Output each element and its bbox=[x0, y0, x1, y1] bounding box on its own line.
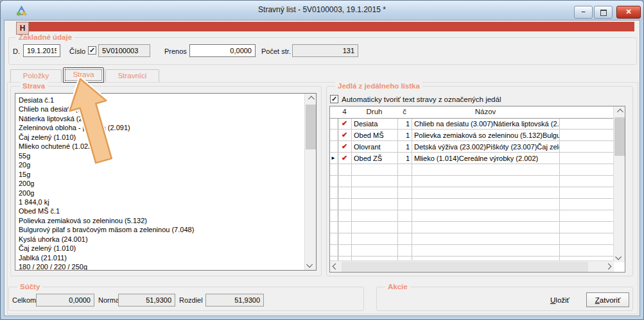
close-form-button-label: Zatvoriť bbox=[591, 294, 625, 307]
save-button[interactable]: Uložiť bbox=[540, 292, 580, 307]
list-line: 55g bbox=[19, 151, 302, 160]
number-label: Číslo bbox=[69, 47, 85, 55]
chevron-left-icon bbox=[333, 264, 339, 270]
row-num: 1 bbox=[397, 155, 410, 162]
chevron-up-icon bbox=[617, 109, 623, 115]
row-check-icon[interactable]: ✔ bbox=[338, 119, 351, 128]
close-icon: ✕ bbox=[625, 8, 631, 15]
list-line: Čaj zelený (1.010) bbox=[19, 244, 302, 253]
chevron-up-icon bbox=[308, 96, 315, 103]
strava-group-title: Strava bbox=[20, 82, 48, 90]
chevron-right-icon bbox=[605, 264, 612, 270]
toolbar-accent-bar bbox=[16, 22, 634, 31]
restore-button[interactable] bbox=[594, 6, 613, 19]
norm-input bbox=[118, 294, 175, 307]
scroll-thumb[interactable] bbox=[306, 105, 316, 149]
carry-input[interactable] bbox=[189, 44, 256, 57]
row-name: Polievka zemiaková so zeleninou (5.132)B… bbox=[414, 131, 559, 139]
list-line: Chlieb na desiatu (3.007) bbox=[19, 105, 302, 114]
scroll-down-button[interactable] bbox=[614, 251, 625, 262]
row-name: Detská výživa (23.002)Piškóty (23.007)Ča… bbox=[414, 143, 559, 151]
row-type: Obed ZŠ bbox=[354, 155, 396, 162]
row-name: Mlieko (1.014)Cereálne výrobky (2.002) bbox=[414, 155, 559, 162]
h-toolbar-button[interactable]: H bbox=[16, 22, 29, 35]
tab-strava[interactable]: Strava bbox=[63, 67, 104, 83]
scroll-thumb[interactable] bbox=[342, 262, 588, 272]
actions-group-title: Akcie bbox=[385, 283, 410, 291]
minimize-icon: – bbox=[581, 8, 585, 15]
total-input bbox=[36, 294, 94, 307]
row-num: 1 bbox=[397, 131, 410, 139]
list-line: Mlieko ochutené (1.022) bbox=[19, 142, 302, 151]
row-pointer-icon: ► bbox=[331, 155, 336, 161]
list-line: Desiata č.1 bbox=[19, 96, 302, 105]
table-row[interactable]: ✔ Obed MŠ 1 Polievka zemiaková so zeleni… bbox=[330, 130, 614, 141]
number-checkbox[interactable]: ✓ bbox=[88, 46, 96, 55]
chevron-down-icon bbox=[615, 254, 622, 260]
list-line: Jablká (21.011) bbox=[19, 253, 302, 262]
save-button-label: Uložiť bbox=[544, 293, 576, 307]
strava-lines: Desiata č.1 Chlieb na desiatu (3.007) Ná… bbox=[19, 96, 302, 271]
row-check-icon[interactable]: ✔ bbox=[338, 131, 351, 139]
date-input[interactable] bbox=[23, 44, 60, 57]
restore-icon bbox=[600, 10, 607, 16]
chevron-down-icon bbox=[306, 262, 313, 268]
table-row[interactable]: ✔ Olovrant 1 Detská výživa (23.002)Piškó… bbox=[330, 141, 614, 153]
scroll-up-button[interactable] bbox=[305, 94, 316, 105]
grid-hscrollbar[interactable] bbox=[330, 260, 614, 272]
row-type: Desiata bbox=[354, 120, 396, 128]
date-label: D. bbox=[13, 47, 20, 55]
row-type: Obed MŠ bbox=[354, 131, 396, 139]
grid-header-num[interactable]: č bbox=[397, 108, 412, 115]
scroll-up-button[interactable] bbox=[614, 106, 625, 117]
list-line: Obed MŠ č.1 bbox=[19, 206, 302, 215]
close-form-button[interactable]: Zatvoriť bbox=[586, 292, 629, 307]
list-line: Polievka zemiaková so zeleninou (5.132) bbox=[19, 216, 302, 225]
scroll-right-button[interactable] bbox=[603, 261, 614, 272]
auto-text-checkbox[interactable]: ✓ bbox=[330, 95, 338, 103]
strava-text-list[interactable]: Desiata č.1 Chlieb na desiatu (3.007) Ná… bbox=[15, 93, 317, 271]
title-bar[interactable]: Stravný list - 5V0100003, 19.1.2015 * – … bbox=[1, 1, 643, 20]
grid-header-name[interactable]: Názov bbox=[412, 108, 559, 115]
table-row[interactable]: ► ✔ Obed ZŠ 1 Mlieko (1.014)Cereálne výr… bbox=[330, 153, 614, 164]
pages-input bbox=[292, 44, 358, 57]
list-line: Nátierka liptovská (2.028) bbox=[19, 114, 302, 123]
row-num: 1 bbox=[397, 143, 410, 151]
app-window: Stravný list - 5V0100003, 19.1.2015 * – … bbox=[0, 0, 644, 320]
scroll-left-button[interactable] bbox=[330, 261, 341, 272]
close-button[interactable]: ✕ bbox=[616, 6, 641, 19]
window-title: Stravný list - 5V0100003, 19.1.2015 * bbox=[1, 5, 643, 14]
tab-stravnici[interactable]: Stravníci bbox=[105, 69, 159, 82]
diff-input bbox=[205, 294, 264, 307]
tab-polozky[interactable]: Položky bbox=[10, 69, 62, 82]
auto-text-checkbox-label: Automaticky tvoriť text stravy z označen… bbox=[342, 96, 501, 103]
sums-group-title: Súčty bbox=[17, 283, 42, 291]
minimize-button[interactable]: – bbox=[574, 6, 593, 19]
row-check-icon[interactable]: ✔ bbox=[338, 154, 351, 162]
list-line: 15g bbox=[19, 170, 302, 179]
number-input bbox=[98, 44, 150, 57]
list-line: Kyslá uhorka (24.001) bbox=[19, 235, 302, 244]
list-line: 1 844,0 kj bbox=[19, 198, 302, 206]
check-icon: ✓ bbox=[89, 46, 95, 54]
list-line: Bulgurový pilaf s bravčovým mäsom a zele… bbox=[19, 225, 302, 234]
table-row[interactable]: ✔ Desiata 1 Chlieb na desiatu (3.007)Nát… bbox=[330, 118, 614, 130]
list-line: Zeleninová obloha - paprika (2.091) bbox=[19, 123, 302, 132]
grid-header-check[interactable]: 4 bbox=[338, 108, 351, 115]
list-line: Čaj zelený (1.010) bbox=[19, 133, 302, 142]
row-type: Olovrant bbox=[354, 143, 396, 151]
meals-grid[interactable]: 4 Druh č Názov ✔ Desiata 1 Chlieb na des… bbox=[329, 106, 625, 273]
grid-header[interactable]: 4 Druh č Názov bbox=[330, 106, 614, 119]
total-label: Celkom bbox=[12, 296, 36, 304]
scroll-thumb[interactable] bbox=[614, 117, 625, 156]
grid-header-type[interactable]: Druh bbox=[351, 108, 397, 115]
grid-vscrollbar[interactable] bbox=[613, 106, 625, 262]
scroll-down-button[interactable] bbox=[305, 259, 316, 270]
list-line: 180 / 200 / 220 / 250g bbox=[19, 262, 302, 271]
row-check-icon[interactable]: ✔ bbox=[338, 142, 351, 151]
row-num: 1 bbox=[397, 120, 410, 128]
list-vscrollbar[interactable] bbox=[304, 94, 316, 270]
jedla-group-title: Jedlá z jedálneho lístka bbox=[335, 82, 422, 90]
grid-body: ✔ Desiata 1 Chlieb na desiatu (3.007)Nát… bbox=[330, 118, 614, 262]
pages-label: Počet str. bbox=[261, 47, 291, 55]
